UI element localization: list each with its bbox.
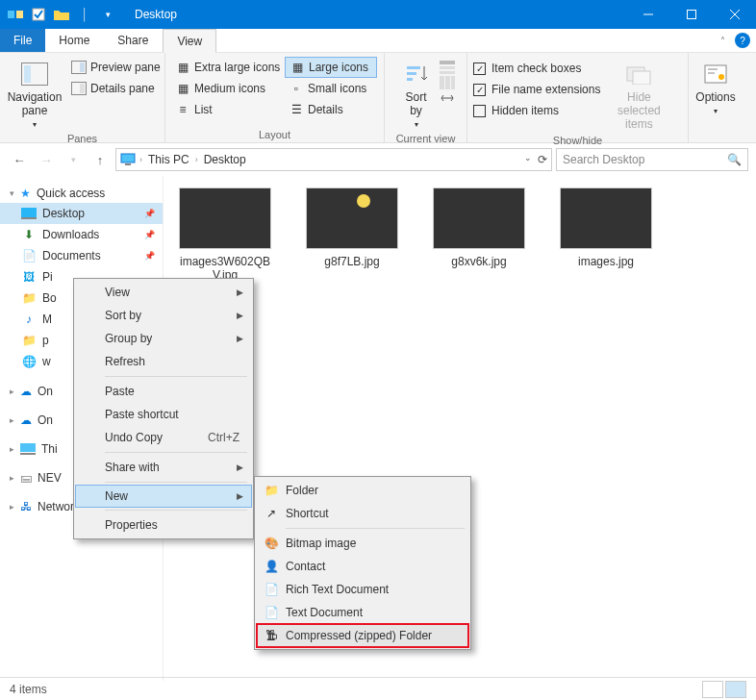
file-extensions-checkbox[interactable]: ✓File name extensions — [473, 80, 600, 99]
up-button[interactable]: ↑ — [88, 148, 112, 171]
svg-rect-24 — [705, 65, 726, 83]
file-item[interactable]: g8f7LB.jpg — [306, 188, 398, 268]
hidden-items-checkbox[interactable]: Hidden items — [473, 101, 600, 120]
sidebar-item-downloads[interactable]: ⬇Downloads📌 — [0, 224, 163, 245]
small-icons-button[interactable]: ▫Small icons — [285, 78, 377, 99]
recent-locations-button[interactable]: ▾ — [62, 148, 85, 171]
large-icons-view-button[interactable] — [725, 681, 746, 698]
ribbon-minimize-icon[interactable]: ˄ — [720, 36, 725, 46]
context-item-sharewith[interactable]: Share with▶ — [76, 456, 251, 479]
details-button[interactable]: ☰Details — [285, 99, 377, 120]
medium-icons-icon: ▦ — [175, 81, 190, 96]
pin-icon: 📌 — [144, 230, 155, 239]
onedrive-icon: ☁ — [20, 413, 32, 427]
folder-icon: 📁 — [21, 290, 37, 306]
small-icons-icon: ▫ — [289, 81, 304, 96]
context-separator — [105, 482, 247, 483]
sort-icon — [401, 59, 432, 89]
context-item-shortcut[interactable]: ↗Shortcut — [257, 502, 468, 525]
svg-rect-18 — [440, 71, 455, 74]
context-item-new[interactable]: New▶ — [75, 485, 252, 508]
context-separator — [105, 510, 247, 511]
list-button[interactable]: ≡List — [171, 99, 285, 120]
back-button[interactable]: ← — [8, 148, 31, 171]
svg-point-25 — [718, 74, 724, 80]
file-item[interactable]: images.jpg — [560, 188, 652, 268]
chevron-right-icon: ▸ — [10, 473, 14, 483]
large-icons-button[interactable]: ▦Large icons — [285, 57, 377, 78]
details-pane-icon — [71, 81, 87, 96]
file-thumbnail — [560, 188, 652, 249]
search-box[interactable]: Search Desktop 🔍 — [556, 148, 748, 171]
svg-rect-4 — [687, 11, 695, 19]
context-item-contact[interactable]: 👤Contact — [257, 555, 468, 578]
file-item[interactable]: images3W602QBV.jpg — [179, 188, 271, 283]
shortcut-icon: ↗ — [263, 505, 280, 522]
ribbon-group-panes: Navigation pane ▾ Preview pane Details p… — [0, 53, 165, 142]
hide-selected-icon — [623, 59, 654, 89]
sidebar-item-desktop[interactable]: Desktop📌 — [0, 203, 163, 224]
options-icon — [700, 59, 731, 89]
file-item[interactable]: g8xv6k.jpg — [433, 188, 525, 268]
sidebar-quick-access[interactable]: ▾★Quick access — [0, 184, 163, 203]
breadcrumb-separator-icon[interactable]: › — [195, 155, 198, 164]
help-icon[interactable]: ? — [735, 33, 750, 48]
breadcrumb-thispc[interactable]: This PC — [146, 153, 191, 166]
sidebar-item-documents[interactable]: 📄Documents📌 — [0, 245, 163, 266]
file-thumbnail — [179, 188, 271, 249]
context-item-compressed-folder[interactable]: 🗜Compressed (zipped) Folder — [257, 624, 468, 647]
context-item-view[interactable]: View▶ — [76, 281, 251, 304]
details-view-button[interactable] — [702, 681, 723, 698]
svg-rect-31 — [20, 453, 36, 455]
extra-large-icons-button[interactable]: ▦Extra large icons — [171, 57, 285, 78]
pin-icon: 📌 — [144, 251, 155, 261]
contact-icon: 👤 — [263, 558, 280, 575]
context-item-txt[interactable]: 📄Text Document — [257, 601, 468, 624]
qat-dropdown-icon[interactable]: ▾ — [100, 7, 115, 22]
address-dropdown-icon[interactable]: ⌄ — [524, 153, 532, 166]
tab-home[interactable]: Home — [45, 29, 104, 52]
context-item-paste-shortcut[interactable]: Paste shortcut — [76, 403, 251, 426]
details-pane-button[interactable]: Details pane — [67, 78, 164, 99]
context-item-folder[interactable]: 📁Folder — [257, 479, 468, 502]
size-columns-icon[interactable] — [440, 91, 455, 105]
context-item-paste[interactable]: Paste — [76, 380, 251, 403]
options-button[interactable]: Options▾ — [693, 57, 737, 117]
svg-rect-13 — [407, 66, 420, 69]
pictures-icon: 🖼 — [21, 269, 37, 285]
tab-share[interactable]: Share — [104, 29, 163, 52]
tab-view[interactable]: View — [163, 29, 216, 53]
hide-selected-button[interactable]: Hide selected items — [604, 57, 673, 133]
context-item-groupby[interactable]: Group by▶ — [76, 327, 251, 350]
breadcrumb-desktop[interactable]: Desktop — [202, 153, 248, 166]
context-item-refresh[interactable]: Refresh — [76, 350, 251, 373]
tab-file[interactable]: File — [0, 29, 45, 52]
forward-button[interactable]: → — [35, 148, 58, 171]
context-item-undo[interactable]: Undo CopyCtrl+Z — [76, 426, 251, 449]
item-checkboxes-checkbox[interactable]: ✓Item check boxes — [473, 59, 600, 78]
close-button[interactable] — [713, 0, 756, 29]
preview-pane-button[interactable]: Preview pane — [67, 57, 164, 78]
navigation-pane-button[interactable]: Navigation pane ▾ — [6, 57, 63, 131]
context-item-sortby[interactable]: Sort by▶ — [76, 304, 251, 327]
context-item-properties[interactable]: Properties — [76, 513, 251, 537]
pc-icon — [20, 443, 36, 455]
maximize-button[interactable] — [669, 0, 713, 29]
minimize-button[interactable] — [626, 0, 669, 29]
breadcrumb-separator-icon[interactable]: › — [139, 155, 142, 164]
drive-icon: 🖴 — [20, 471, 32, 485]
checkbox-qat-icon[interactable] — [31, 7, 46, 22]
documents-icon: 📄 — [21, 248, 37, 263]
refresh-icon[interactable]: ⟳ — [538, 153, 547, 166]
window-title: Desktop — [135, 8, 177, 21]
group-by-icon[interactable] — [440, 61, 455, 74]
medium-icons-button[interactable]: ▦Medium icons — [171, 78, 285, 99]
ribbon-group-options: Options▾ — [689, 53, 743, 142]
address-bar[interactable]: › This PC › Desktop ⌄ ⟳ — [115, 148, 552, 171]
ribbon-group-panes-label: Panes — [6, 131, 159, 144]
context-item-rtf[interactable]: 📄Rich Text Document — [257, 578, 468, 601]
status-item-count: 4 items — [10, 683, 47, 696]
context-item-bitmap[interactable]: 🎨Bitmap image — [257, 532, 468, 555]
add-columns-icon[interactable] — [440, 76, 455, 89]
sort-by-button[interactable]: Sort by▾ — [397, 57, 436, 131]
